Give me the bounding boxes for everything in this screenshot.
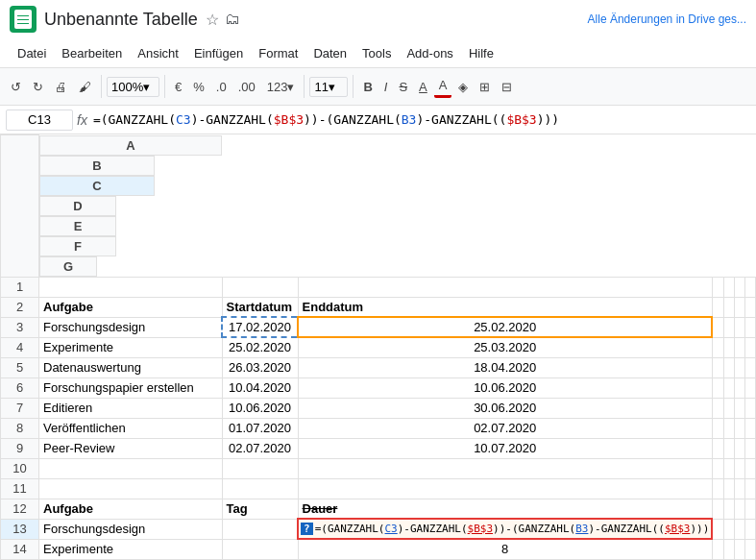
cell-f5[interactable] xyxy=(734,357,744,377)
undo-button[interactable]: ↺ xyxy=(6,77,26,97)
currency-button[interactable]: € xyxy=(170,77,186,97)
print-button[interactable]: 🖨 xyxy=(50,77,72,97)
cell-b14[interactable] xyxy=(222,539,298,559)
font-size-select[interactable]: 11 ▾ xyxy=(309,77,348,97)
merge-button[interactable]: ⊟ xyxy=(497,77,517,97)
cell-d6[interactable] xyxy=(712,377,723,398)
cell-g11[interactable] xyxy=(745,478,756,499)
cell-g4[interactable] xyxy=(745,337,756,357)
cell-e2[interactable] xyxy=(723,297,734,317)
cell-f7[interactable] xyxy=(734,398,744,418)
cell-c1[interactable] xyxy=(298,277,712,297)
cell-c5[interactable]: 18.04.2020 xyxy=(298,357,712,377)
cell-a14[interactable]: Experimente xyxy=(39,539,223,559)
cell-a7[interactable]: Editieren xyxy=(39,398,223,418)
cell-d5[interactable] xyxy=(712,357,723,377)
menu-addons[interactable]: Add-ons xyxy=(399,43,460,63)
menu-daten[interactable]: Daten xyxy=(305,43,354,63)
row-number[interactable]: 3 xyxy=(1,317,39,337)
cell-a3[interactable]: Forschungsdesign xyxy=(39,317,223,337)
decimal00-button[interactable]: .00 xyxy=(233,77,260,97)
cell-f3[interactable] xyxy=(734,317,744,337)
cell-c3[interactable]: 25.02.2020 xyxy=(298,317,712,337)
cell-e12[interactable] xyxy=(723,499,734,519)
cell-b3[interactable]: 17.02.2020 xyxy=(222,317,298,337)
cell-e4[interactable] xyxy=(723,337,734,357)
cell-g9[interactable] xyxy=(745,438,756,458)
cell-f4[interactable] xyxy=(734,337,744,357)
col-header-c[interactable]: C xyxy=(39,176,155,196)
cell-b13[interactable] xyxy=(222,519,298,539)
decimal0-button[interactable]: .0 xyxy=(211,77,232,97)
cell-b12[interactable]: Tag xyxy=(222,499,298,519)
col-header-f[interactable]: F xyxy=(39,236,116,256)
cell-b5[interactable]: 26.03.2020 xyxy=(222,357,298,377)
cell-f12[interactable] xyxy=(734,499,744,519)
cell-e6[interactable] xyxy=(723,377,734,398)
cell-c2[interactable]: Enddatum xyxy=(298,297,712,317)
cell-f1[interactable] xyxy=(734,277,744,297)
cell-a9[interactable]: Peer-Review xyxy=(39,438,223,458)
menu-hilfe[interactable]: Hilfe xyxy=(461,43,501,63)
row-number[interactable]: 6 xyxy=(1,377,39,398)
cell-g7[interactable] xyxy=(745,398,756,418)
cell-reference-input[interactable] xyxy=(6,110,73,131)
cell-a5[interactable]: Datenauswertung xyxy=(39,357,223,377)
cell-d8[interactable] xyxy=(712,418,723,438)
cell-e11[interactable] xyxy=(723,478,734,499)
cell-b11[interactable] xyxy=(222,478,298,499)
row-number[interactable]: 12 xyxy=(1,499,39,519)
zoom-select[interactable]: 100% ▾ xyxy=(107,77,159,97)
cell-e5[interactable] xyxy=(723,357,734,377)
formula-input[interactable]: =(GANZZAHL(C3)-GANZZAHL($B$3))-(GANZZAHL… xyxy=(93,112,750,127)
cell-e10[interactable] xyxy=(723,458,734,478)
cell-f14[interactable] xyxy=(734,539,744,559)
col-header-a[interactable]: A xyxy=(39,135,222,156)
row-number[interactable]: 11 xyxy=(1,478,39,499)
cell-c9[interactable]: 10.07.2020 xyxy=(298,438,712,458)
cell-f10[interactable] xyxy=(734,458,744,478)
cell-g14[interactable] xyxy=(745,539,756,559)
cell-c11[interactable] xyxy=(298,478,712,499)
row-number[interactable]: 10 xyxy=(1,458,39,478)
borders-button[interactable]: ⊞ xyxy=(475,77,495,97)
strikethrough-button[interactable]: S xyxy=(394,77,412,97)
cell-d2[interactable] xyxy=(712,297,723,317)
cell-g10[interactable] xyxy=(745,458,756,478)
menu-tools[interactable]: Tools xyxy=(354,43,399,63)
drive-icon[interactable]: 🗂 xyxy=(225,11,240,28)
cell-b8[interactable]: 01.07.2020 xyxy=(222,418,298,438)
cell-g8[interactable] xyxy=(745,418,756,438)
row-number[interactable]: 5 xyxy=(1,357,39,377)
row-number[interactable]: 13 xyxy=(1,519,39,539)
menu-einfuegen[interactable]: Einfügen xyxy=(186,43,251,63)
cell-d7[interactable] xyxy=(712,398,723,418)
cell-g13[interactable] xyxy=(745,519,756,539)
fill-color-button[interactable]: ◈ xyxy=(453,77,473,97)
cell-f8[interactable] xyxy=(734,418,744,438)
cell-f6[interactable] xyxy=(734,377,744,398)
redo-button[interactable]: ↻ xyxy=(28,77,48,97)
cell-f11[interactable] xyxy=(734,478,744,499)
cell-e3[interactable] xyxy=(723,317,734,337)
cell-d10[interactable] xyxy=(712,458,723,478)
percent-button[interactable]: % xyxy=(188,77,209,97)
cell-e8[interactable] xyxy=(723,418,734,438)
cell-e14[interactable] xyxy=(723,539,734,559)
col-header-e[interactable]: E xyxy=(39,216,116,236)
cell-g1[interactable] xyxy=(745,277,756,297)
row-number[interactable]: 8 xyxy=(1,418,39,438)
cell-e1[interactable] xyxy=(723,277,734,297)
cell-b2[interactable]: Startdatum xyxy=(222,297,298,317)
cell-b1[interactable] xyxy=(222,277,298,297)
row-number[interactable]: 2 xyxy=(1,297,39,317)
cell-a10[interactable] xyxy=(39,458,223,478)
cell-c14[interactable]: 8 xyxy=(298,539,712,559)
row-number[interactable]: 14 xyxy=(1,539,39,559)
cell-e7[interactable] xyxy=(723,398,734,418)
cell-a4[interactable]: Experimente xyxy=(39,337,223,357)
row-number[interactable]: 9 xyxy=(1,438,39,458)
cell-d14[interactable] xyxy=(712,539,723,559)
cell-c10[interactable] xyxy=(298,458,712,478)
row-number[interactable]: 7 xyxy=(1,398,39,418)
